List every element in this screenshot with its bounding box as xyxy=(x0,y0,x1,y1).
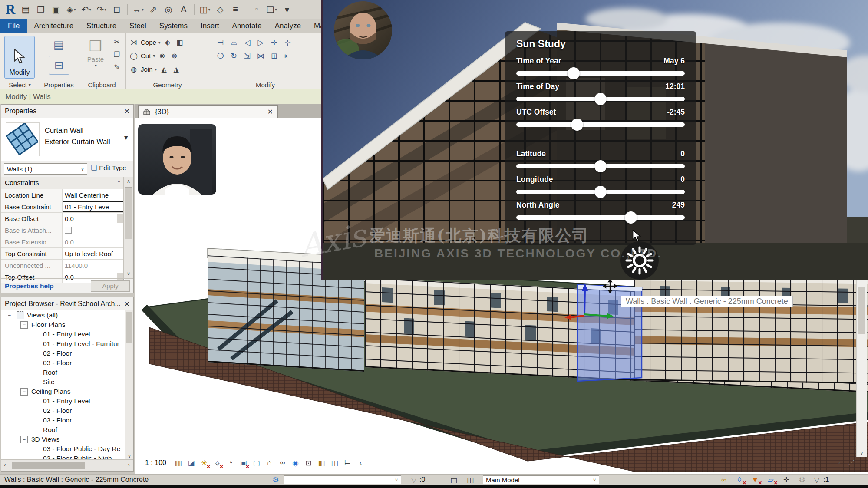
slider-thumb[interactable] xyxy=(571,119,583,131)
tab-annotate[interactable]: Annotate xyxy=(226,19,268,33)
slider-track[interactable] xyxy=(516,71,685,76)
join-label[interactable]: Join xyxy=(141,66,153,73)
tab-steel[interactable]: Steel xyxy=(123,19,153,33)
tree-item-3d-views[interactable]: −3D Views xyxy=(1,435,125,444)
constraints-section-header[interactable]: Constraints ⌃ xyxy=(1,177,125,189)
scrollbar-thumb[interactable] xyxy=(858,287,865,334)
paint-icon[interactable]: ◧ xyxy=(175,37,185,48)
filter-icon[interactable]: ▽ xyxy=(810,475,823,485)
property-row[interactable]: Base is Attach... xyxy=(1,224,125,236)
type-selector[interactable]: Curtain Wall Exterior Curtain Wall ▼ xyxy=(1,118,133,161)
tree-item-view[interactable]: 01 - Entry Level xyxy=(1,330,125,339)
rotate-icon[interactable]: ↻ xyxy=(228,50,240,62)
browser-horizontal-scrollbar[interactable]: ‹ › xyxy=(1,459,133,471)
tree-item-view[interactable]: Roof xyxy=(1,368,125,377)
copy-element-icon[interactable]: ⊹ xyxy=(282,36,294,48)
copy-icon[interactable]: ❐ xyxy=(112,49,122,59)
show-analytical-model-icon[interactable]: ◧ xyxy=(316,458,327,468)
worksets-input[interactable]: ∨ xyxy=(284,475,401,484)
sun-path-icon[interactable]: ☀ xyxy=(199,458,210,468)
split-icon[interactable]: ⋈ xyxy=(255,50,267,62)
view-tab-3d[interactable]: {3D} ✕ xyxy=(138,105,278,118)
save-icon[interactable]: ▣ xyxy=(49,2,63,17)
collapse-view-bar-icon[interactable]: ‹ xyxy=(355,458,366,468)
show-crop-region-icon[interactable]: ▢ xyxy=(251,458,262,468)
measure-icon[interactable]: ↔▾ xyxy=(131,2,145,17)
project-browser-header[interactable]: Project Browser - Revit School Arch... ✕ xyxy=(1,297,133,311)
tree-item-view[interactable]: 02 - Floor xyxy=(1,349,125,358)
tab-file[interactable]: File xyxy=(0,19,27,33)
scroll-right-icon[interactable]: › xyxy=(128,462,130,468)
scrollbar-thumb[interactable] xyxy=(125,187,132,239)
tree-item-view[interactable]: 01 - Entry Level xyxy=(1,396,125,406)
properties-palette-icon[interactable]: ▤ xyxy=(49,36,69,54)
scroll-right-icon[interactable]: › xyxy=(838,458,840,466)
modify-tool-button[interactable]: Modify xyxy=(4,36,35,79)
property-value[interactable]: Wall Centerline xyxy=(63,189,125,201)
mirror-axis-icon[interactable]: ◁ xyxy=(241,36,253,48)
tree-item-view[interactable]: 03 - Floor Public - Nigh xyxy=(1,454,125,460)
scrollbar-thumb[interactable] xyxy=(126,312,132,343)
cut-geometry-icon[interactable]: ◯ xyxy=(129,51,139,61)
select-panel-label[interactable]: Select ▾ xyxy=(0,81,40,89)
view-scale-button[interactable]: 1 : 100 xyxy=(145,459,166,467)
close-icon[interactable]: ✕ xyxy=(267,108,273,116)
customize-icon[interactable]: ▾ xyxy=(280,2,294,17)
sun-toggle-button[interactable] xyxy=(620,241,659,280)
close-icon[interactable]: ✕ xyxy=(124,107,130,115)
detail-level-icon[interactable]: ▦ xyxy=(173,458,184,468)
join-geometry-icon[interactable]: ◍ xyxy=(129,64,139,75)
scroll-left-icon[interactable]: ‹ xyxy=(4,462,6,468)
default-3d-view-icon[interactable]: ◫▾ xyxy=(198,2,212,17)
design-options-icon[interactable]: ▤ xyxy=(447,475,460,485)
undo-icon[interactable]: ↶▾ xyxy=(79,2,93,17)
tab-structure[interactable]: Structure xyxy=(80,19,123,33)
editable-only-icon[interactable]: ▽ xyxy=(407,475,420,485)
collapse-node-icon[interactable]: − xyxy=(6,312,13,319)
tree-item-view[interactable]: 03 - Floor Public - Day Re xyxy=(1,444,125,454)
offset-icon[interactable]: ⌓ xyxy=(228,36,240,48)
cope-label[interactable]: Cope xyxy=(141,39,156,46)
slider-track[interactable] xyxy=(516,215,685,220)
reveal-hidden-elements-icon[interactable]: ◉ xyxy=(290,458,301,468)
scrollbar-thumb[interactable] xyxy=(12,462,85,469)
collapse-node-icon[interactable]: − xyxy=(20,436,28,443)
tree-item-view[interactable]: Site xyxy=(1,377,125,387)
property-row[interactable]: Top Constraint Up to level: Roof xyxy=(1,248,125,260)
cut-icon[interactable]: ✂ xyxy=(112,36,122,47)
property-row[interactable]: Unconnected ... 11400.0 xyxy=(1,260,125,271)
unjoin-icon[interactable]: ◭ xyxy=(159,64,169,75)
properties-header[interactable]: Properties ✕ xyxy=(1,105,133,118)
tree-item-floor-plans[interactable]: −Floor Plans xyxy=(1,320,125,330)
tab-analyze[interactable]: Analyze xyxy=(268,19,307,33)
property-value[interactable]: Up to level: Roof xyxy=(63,248,125,259)
cut-profile-icon[interactable]: ⬖ xyxy=(162,37,173,48)
render-icon[interactable]: ◈▾ xyxy=(64,2,78,17)
select-pinned-icon[interactable]: ▼ xyxy=(749,475,762,485)
tree-item-view[interactable]: Roof xyxy=(1,425,125,435)
scale-icon[interactable]: ❍ xyxy=(215,50,226,62)
drag-on-selection-icon[interactable]: ✛ xyxy=(780,475,793,485)
revit-logo[interactable]: R xyxy=(3,2,17,17)
open-icon[interactable]: ❐ xyxy=(34,2,48,17)
aligned-dimension-icon[interactable]: ⇗ xyxy=(146,2,160,17)
tab-insert[interactable]: Insert xyxy=(194,19,226,33)
property-value-active[interactable]: 01 - Entry Leve xyxy=(63,201,125,212)
shadows-icon[interactable]: ☼ xyxy=(212,458,223,468)
property-row[interactable]: Base Extensio... 0.0 xyxy=(1,236,125,248)
type-properties-icon[interactable]: ⊟ xyxy=(49,56,69,75)
align-icon[interactable]: ⊣ xyxy=(215,36,226,48)
properties-scrollbar[interactable]: ∧ ∨ xyxy=(123,177,133,278)
print-icon[interactable]: ⊟ xyxy=(110,2,124,17)
highlight-displacement-sets-icon[interactable]: ◫ xyxy=(329,458,340,468)
property-row[interactable]: Base Constraint 01 - Entry Leve xyxy=(1,201,125,213)
beam-joins-icon[interactable]: ⊛ xyxy=(169,51,179,61)
value-spinner[interactable] xyxy=(117,214,124,223)
browser-vertical-scrollbar[interactable]: ∨ xyxy=(125,310,133,460)
array-icon[interactable]: ⊞ xyxy=(268,50,280,62)
reveal-constraints-icon[interactable]: ⊨ xyxy=(342,458,353,468)
demolish-icon[interactable]: ◮ xyxy=(171,64,182,75)
tag-icon[interactable]: ◎ xyxy=(162,2,175,17)
tree-item-ceiling-plans[interactable]: −Ceiling Plans xyxy=(1,387,125,396)
tree-item-views[interactable]: −Views (all) xyxy=(1,310,125,320)
